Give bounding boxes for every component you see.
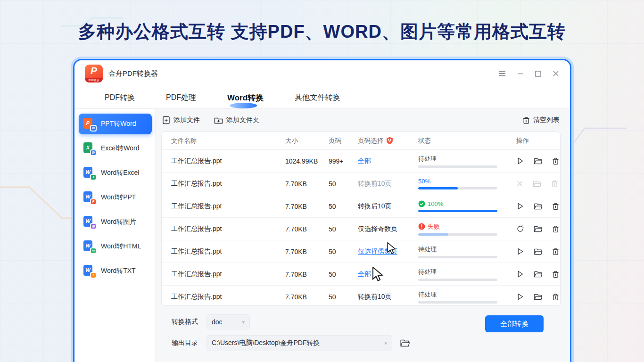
trash-icon[interactable] — [552, 203, 559, 210]
window-controls — [498, 69, 560, 78]
open-folder-icon[interactable] — [534, 203, 543, 210]
format-select[interactable]: doc ▾ — [206, 314, 250, 329]
word-to-image-icon: W ▦ — [83, 216, 96, 229]
sidebar-item-word-to-ppt[interactable]: W P Word转PPT — [79, 187, 152, 208]
status-text: 待处理 — [418, 245, 437, 254]
minimize-icon[interactable] — [517, 70, 524, 77]
sidebar-item-word-to-excel[interactable]: W X Word转Excel — [79, 163, 152, 183]
vip-badge-icon — [386, 137, 394, 145]
output-dir-label: 输出目录 — [172, 339, 201, 347]
tab-bar: PDF转换 PDF处理 Word转换 其他文件转换 — [74, 87, 570, 109]
format-value: doc — [212, 318, 223, 326]
add-file-button[interactable]: 添加文件 — [162, 116, 200, 124]
sidebar-item-label: Word转TXT — [101, 267, 136, 275]
open-folder-icon[interactable] — [534, 248, 543, 255]
sidebar-item-label: Word转HTML — [101, 242, 141, 251]
trash-icon[interactable] — [552, 157, 559, 165]
progress-bar — [418, 165, 497, 168]
table-row: 工作汇总报告.ppt 7.70KB 50 转换前10页 待处理 — [162, 286, 560, 306]
add-folder-button[interactable]: 添加文件夹 — [214, 116, 259, 124]
table-row: 工作汇总报告.ppt 7.70KB 50 仅选择奇数页 失败 — [162, 218, 560, 240]
trash-icon[interactable] — [552, 271, 559, 278]
folder-plus-icon — [214, 116, 223, 124]
excel-to-word-icon: X W — [83, 142, 96, 155]
open-folder-icon[interactable] — [534, 293, 543, 301]
error-circle-icon — [418, 223, 425, 230]
convert-all-button[interactable]: 全部转换 — [485, 315, 544, 332]
progress-bar — [418, 301, 497, 304]
check-circle-icon — [418, 200, 425, 207]
open-folder-icon[interactable] — [534, 225, 543, 233]
logo-letter: P — [85, 65, 103, 76]
sidebar-item-excel-to-word[interactable]: X W Excel转Word — [79, 138, 152, 159]
titlebar: P PDF转换 金舟PDF转换器 — [74, 60, 570, 87]
status-text: 失败 — [428, 222, 440, 231]
progress-bar — [418, 256, 497, 258]
header-pages: 页码 — [329, 137, 358, 145]
page-selection-link[interactable]: 仅选择偶数页 — [358, 247, 418, 256]
word-to-excel-icon: W X — [83, 167, 96, 180]
trash-icon[interactable] — [552, 225, 559, 233]
sidebar-item-label: Word转Excel — [101, 169, 139, 177]
play-icon[interactable] — [516, 270, 524, 278]
trash-icon — [522, 116, 530, 124]
close-icon[interactable] — [552, 70, 560, 77]
page-selection-text: 仅选择奇数页 — [358, 225, 418, 233]
play-icon[interactable] — [516, 157, 524, 165]
header-actions: 操作 — [511, 137, 560, 145]
browse-folder-icon[interactable] — [400, 339, 410, 347]
sidebar-item-label: Word转图片 — [101, 218, 136, 226]
sidebar-item-word-to-image[interactable]: W ▦ Word转图片 — [79, 212, 152, 232]
play-icon[interactable] — [516, 293, 524, 301]
open-folder-icon[interactable] — [534, 157, 543, 165]
trash-icon — [551, 180, 558, 188]
word-to-ppt-icon: W P — [83, 191, 96, 204]
table-row: 工作汇总报告.ppt 7.70KB 50 转换后10页 100% — [162, 195, 560, 218]
status-text: 100% — [428, 200, 443, 207]
format-label: 转换格式 — [172, 318, 201, 326]
logo-badge-text: PDF转换 — [85, 78, 103, 82]
app-window: P PDF转换 金舟PDF转换器 PDF转换 PDF处理 Word转换 其他文件… — [73, 59, 571, 362]
word-to-html-icon: W </> — [83, 240, 96, 253]
page-title: 多种办公格式互转 支持PDF、WORD、图片等常用格式互转 — [0, 20, 644, 44]
file-table: 文件名称 大小 页码 页码选择 状态 操作 工作汇总报告.ppt — [161, 132, 561, 306]
tab-pdf-convert[interactable]: PDF转换 — [104, 91, 136, 105]
table-row: 工作汇总报告.ppt 7.70KB 50 全部 待处理 — [162, 263, 560, 286]
tab-word-convert[interactable]: Word转换 — [226, 90, 264, 105]
progress-bar — [418, 210, 497, 212]
clear-list-button[interactable]: 清空列表 — [522, 116, 560, 124]
play-icon[interactable] — [516, 247, 524, 255]
status-text: 待处理 — [418, 268, 437, 276]
header-status: 状态 — [418, 137, 511, 145]
cancel-icon[interactable] — [516, 180, 523, 187]
word-to-txt-icon: W T — [83, 265, 96, 278]
table-row: 工作汇总报告.ppt 1024.99KB 999+ 全部 待处理 — [162, 150, 560, 173]
app-logo: P PDF转换 — [85, 65, 103, 82]
sidebar-item-ppt-to-word[interactable]: P W PPT转Word — [79, 114, 152, 134]
table-row: 工作汇总报告.ppt 7.70KB 50 转换前10页 50% — [162, 173, 560, 195]
page-selection-text: 转换后10页 — [358, 202, 418, 211]
trash-icon[interactable] — [552, 248, 559, 255]
ppt-to-word-icon: P W — [83, 118, 96, 131]
tab-other-files[interactable]: 其他文件转换 — [294, 91, 341, 105]
tab-pdf-process[interactable]: PDF处理 — [165, 91, 197, 105]
trash-icon[interactable] — [552, 293, 559, 301]
play-icon[interactable] — [516, 202, 524, 210]
sidebar-item-word-to-html[interactable]: W </> Word转HTML — [79, 236, 152, 257]
open-folder-icon[interactable] — [534, 271, 543, 278]
header-page-selection: 页码选择 — [358, 137, 383, 145]
page-selection-link[interactable]: 全部 — [358, 270, 418, 279]
page-selection-link[interactable]: 全部 — [358, 157, 418, 165]
conversion-settings: 转换格式 doc ▾ 输出目录 C:\Users\电脑\Desktop\金舟PD… — [156, 306, 570, 362]
main-panel: 添加文件 添加文件夹 清空列表 文件名称 — [156, 109, 570, 362]
status-text: 待处理 — [418, 155, 437, 163]
sidebar: P W PPT转Word X W Excel转Word W X Word转Exc… — [74, 109, 156, 362]
page-selection-text: 转换前10页 — [358, 293, 418, 301]
output-dir-select[interactable]: C:\Users\电脑\Desktop\金舟PDF转换 ▾ — [206, 335, 392, 351]
sidebar-item-word-to-txt[interactable]: W T Word转TXT — [79, 261, 152, 281]
maximize-icon[interactable] — [535, 70, 542, 77]
menu-icon[interactable] — [498, 69, 506, 78]
table-header: 文件名称 大小 页码 页码选择 状态 操作 — [162, 132, 560, 150]
retry-icon[interactable] — [516, 225, 524, 233]
chevron-down-icon: ▾ — [235, 319, 245, 325]
